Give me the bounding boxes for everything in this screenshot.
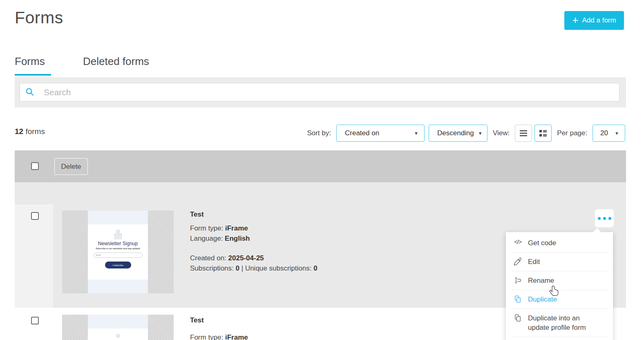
add-form-button[interactable]: + Add a form [564,11,624,30]
created-line: Created on: 2025-04-25 [190,253,318,263]
list-view-icon [519,128,528,138]
view-label: View: [493,129,510,137]
preview-header-strip [88,210,148,224]
add-form-button-label: Add a form [582,16,616,25]
language-line: Language: English [190,233,318,244]
pencil-icon [513,257,522,266]
form-thumbnail: Newsletter Signup Subscribe to our newsl… [62,210,174,293]
sort-field-dropdown[interactable]: Created on ▼ [336,125,425,142]
rename-icon [513,276,522,284]
preview-body [88,329,148,340]
duplicate-icon [513,295,522,303]
tab-deleted-forms[interactable]: Deleted forms [83,55,149,68]
forms-count: 12 forms [15,127,45,136]
page-title: Forms [15,8,63,27]
ellipsis-icon [603,217,606,220]
card-view-icon [538,128,548,138]
chevron-down-icon: ▼ [414,131,418,136]
pipe-separator: | [242,264,243,272]
preview-body: Newsletter Signup Subscribe to our newsl… [88,224,148,280]
envelope-icon [112,229,124,240]
forms-count-label: forms [23,127,45,136]
menu-item-rename[interactable]: Rename [506,271,613,290]
per-page-dropdown[interactable]: 20 ▼ [593,125,625,142]
form-type-label: Form type: [190,333,223,340]
form-thumbnail [62,315,174,340]
per-page-value: 20 [600,129,608,137]
preview-footer-strip [88,280,148,293]
form-preview [88,315,148,340]
chevron-down-icon: ▼ [615,131,619,136]
preview-email-field: Email* [94,253,143,258]
unique-subscriptions-label: Unique subscriptions: [245,264,312,272]
form-type-value: iFrame [225,333,248,340]
search-band [15,77,626,107]
preview-title: Newsletter Signup [98,241,138,246]
form-type-line: Form type: iFrame [190,332,248,340]
created-label: Created on: [190,254,226,262]
form-type-label: Form type: [190,224,223,232]
code-icon: </> [513,239,522,245]
row-actions-menu: </> Get code Edit Rename Duplicate [506,232,613,340]
form-type-value: iFrame [225,224,248,232]
chevron-down-icon: ▼ [478,131,483,136]
menu-item-delete[interactable]: Delete [506,337,613,340]
bulk-delete-button[interactable]: Delete [54,158,88,175]
preview-subtitle: Subscribe to our newsletter and stay upd… [96,247,140,250]
active-tab-underline [15,74,51,76]
form-title: Test [190,209,318,219]
form-type-line: Form type: iFrame [190,223,318,233]
language-value: English [225,235,250,242]
tab-forms[interactable]: Forms [15,55,45,68]
subscriptions-value: 0 [236,264,239,272]
unique-subscriptions-value: 0 [313,264,317,272]
row-checkbox[interactable] [31,317,39,324]
row-checkbox[interactable] [31,212,39,220]
ellipsis-icon [598,217,601,220]
select-all-checkbox[interactable] [31,162,39,170]
menu-item-duplicate-update-profile[interactable]: Duplicate into an update profile form [506,309,613,337]
menu-item-edit[interactable]: Edit [506,253,613,271]
form-details: Test Form type: iFrame [190,315,248,340]
per-page-label: Per page: [557,129,587,137]
bulk-actions-bar: Delete [15,150,626,182]
envelope-icon [112,333,124,340]
menu-item-get-code[interactable]: </> Get code [506,234,613,252]
row-actions-button[interactable] [595,209,614,227]
subscriptions-label: Subscriptions: [190,264,234,272]
ellipsis-icon [608,217,611,220]
form-preview: Newsletter Signup Subscribe to our newsl… [88,210,148,293]
view-card-button[interactable] [534,125,552,142]
language-label: Language: [190,235,223,242]
subscriptions-line: Subscriptions: 0 | Unique subscriptions:… [190,263,318,273]
created-value: 2025-04-25 [228,254,264,262]
duplicate-icon [513,314,522,322]
form-details: Test Form type: iFrame Language: English… [190,209,318,273]
menu-item-duplicate[interactable]: Duplicate [506,290,613,309]
sort-by-label: Sort by: [307,129,331,137]
table-spacer-row [15,182,626,204]
sort-field-value: Created on [345,129,379,137]
plus-icon: + [572,15,578,25]
sort-direction-dropdown[interactable]: Descending ▼ [429,125,487,142]
preview-subscribe-button: I subscribe [105,262,131,268]
forms-count-value: 12 [15,127,23,136]
list-toolbar: Sort by: Created on ▼ Descending ▼ View: [306,125,625,142]
sort-direction-value: Descending [437,129,474,137]
form-title: Test [190,315,248,325]
forms-page: Forms + Add a form Forms Deleted forms 1… [0,0,644,340]
checkbox-column [15,312,53,340]
preview-header-strip [88,315,148,329]
view-list-button[interactable] [515,125,532,142]
search-input[interactable] [20,83,619,101]
